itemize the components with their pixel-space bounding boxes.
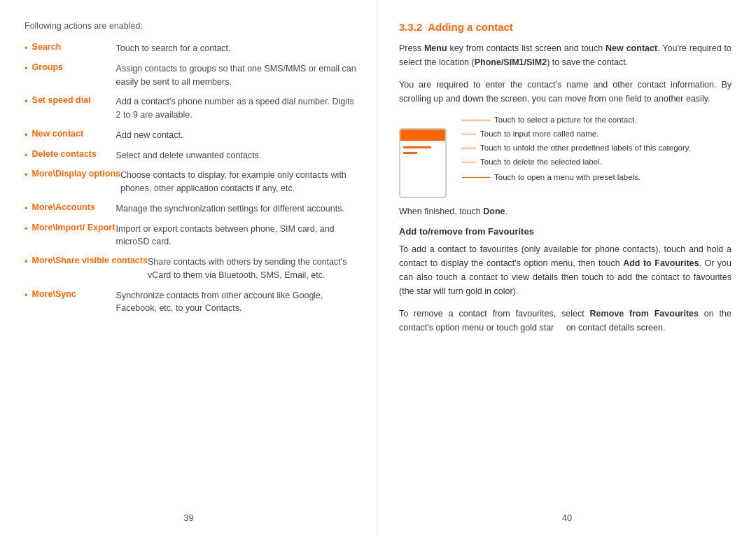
annotation-line-4: Touch to delete the selected label. bbox=[462, 156, 732, 167]
annotation-line-3: Touch to unfold the other predefined lab… bbox=[462, 142, 732, 153]
intro-text: Following actions are enabled: bbox=[24, 21, 356, 31]
annotation-line-1: Touch to select a picture for the contac… bbox=[462, 114, 732, 125]
bullet-icon: • bbox=[24, 130, 28, 140]
item-label: More\Accounts bbox=[32, 202, 116, 212]
item-label: More\Share visible contacts bbox=[32, 256, 148, 265]
list-item: • More\Import/ Export Import or export c… bbox=[24, 223, 356, 249]
dash-icon-1 bbox=[462, 120, 490, 120]
list-item: • Groups Assign contacts to groups so th… bbox=[24, 62, 356, 89]
bullet-icon: • bbox=[24, 256, 28, 267]
para1: Press Menu key from contacts list screen… bbox=[399, 41, 732, 69]
bullet-icon: • bbox=[24, 169, 28, 180]
section-title: 3.3.2 Adding a contact bbox=[399, 21, 732, 33]
phone-bar-top bbox=[400, 130, 445, 141]
bullet-icon: • bbox=[24, 150, 28, 160]
item-desc: Choose contacts to display, for example … bbox=[120, 169, 356, 195]
page-number-right: 40 bbox=[562, 512, 572, 523]
item-desc: Synchronize contacts from other account … bbox=[116, 289, 356, 316]
item-label: Search bbox=[32, 42, 116, 52]
list-item: • More\Sync Synchronize contacts from ot… bbox=[24, 289, 356, 316]
item-desc: Add a contact's phone number as a speed … bbox=[116, 95, 356, 122]
item-desc: Assign contacts to groups so that one SM… bbox=[116, 62, 356, 89]
bullet-icon: • bbox=[24, 63, 28, 74]
item-desc: Share contacts with others by sending th… bbox=[148, 256, 356, 282]
contact-diagram: Touch to select a picture for the contac… bbox=[399, 114, 732, 198]
section-number: 3.3.2 bbox=[399, 21, 428, 33]
item-label: Set speed dial bbox=[32, 95, 116, 105]
annotation-text-5: Touch to open a menu with preset labels. bbox=[494, 172, 640, 183]
item-label: New contact bbox=[32, 129, 116, 139]
annotations-list: Touch to select a picture for the contac… bbox=[455, 114, 732, 198]
annotation-text-1: Touch to select a picture for the contac… bbox=[494, 114, 636, 125]
item-desc: Touch to search for a contact. bbox=[116, 42, 231, 55]
right-page: 3.3.2 Adding a contact Press Menu key fr… bbox=[378, 0, 756, 537]
annotation-text-3: Touch to unfold the other predefined lab… bbox=[480, 142, 691, 153]
dash-icon-5 bbox=[462, 177, 490, 178]
menu-list: • Search Touch to search for a contact. … bbox=[24, 42, 356, 315]
annotation-line-5: Touch to open a menu with preset labels. bbox=[462, 172, 732, 183]
subsection-title: Add to/remove from Favourites bbox=[399, 226, 732, 237]
item-label: More\Sync bbox=[32, 289, 116, 299]
item-desc: Import or export contacts between phone,… bbox=[116, 223, 356, 249]
item-desc: Select and delete unwanted contacts. bbox=[116, 149, 262, 162]
page-number-left: 39 bbox=[183, 512, 193, 523]
section-title-text: Adding a contact bbox=[428, 21, 513, 33]
annotation-line-2: Touch to input more called name. bbox=[462, 128, 732, 139]
list-item: • Delete contacts Select and delete unwa… bbox=[24, 149, 356, 162]
bullet-icon: • bbox=[24, 203, 28, 214]
annotation-text-2: Touch to input more called name. bbox=[480, 128, 598, 139]
item-desc: Add new contact. bbox=[116, 129, 183, 142]
phone-box bbox=[399, 128, 447, 198]
para3: To add a contact to favourites (only ava… bbox=[399, 242, 732, 298]
list-item: • New contact Add new contact. bbox=[24, 129, 356, 142]
left-page: Following actions are enabled: • Search … bbox=[0, 0, 378, 537]
item-label: More\Import/ Export bbox=[32, 223, 116, 232]
bullet-icon: • bbox=[24, 96, 28, 106]
dash-icon-2 bbox=[462, 134, 476, 134]
annotation-text-4: Touch to delete the selected label. bbox=[480, 156, 602, 167]
phone-mockup bbox=[399, 114, 455, 198]
bullet-icon: • bbox=[24, 43, 28, 53]
list-item: • Search Touch to search for a contact. bbox=[24, 42, 356, 55]
item-label: More\Display options bbox=[32, 169, 120, 179]
item-desc: Manage the synchronization settings for … bbox=[116, 202, 344, 216]
when-done-text: When finished, touch Done. bbox=[399, 207, 732, 216]
item-label: Delete contacts bbox=[32, 149, 116, 159]
bullet-icon: • bbox=[24, 223, 28, 234]
item-label: Groups bbox=[32, 62, 116, 72]
phone-bar-short bbox=[403, 152, 417, 154]
list-item: • More\Accounts Manage the synchronizati… bbox=[24, 202, 356, 216]
phone-bar-mid bbox=[403, 146, 431, 148]
para4: To remove a contact from favourites, sel… bbox=[399, 307, 732, 335]
dash-icon-4 bbox=[462, 162, 476, 162]
list-item: • More\Share visible contacts Share cont… bbox=[24, 256, 356, 282]
para2: You are required to enter the contact's … bbox=[399, 78, 732, 106]
list-item: • More\Display options Choose contacts t… bbox=[24, 169, 356, 195]
list-item: • Set speed dial Add a contact's phone n… bbox=[24, 95, 356, 122]
dash-icon-3 bbox=[462, 148, 476, 148]
page-spread: Following actions are enabled: • Search … bbox=[0, 0, 756, 537]
bullet-icon: • bbox=[24, 290, 28, 300]
